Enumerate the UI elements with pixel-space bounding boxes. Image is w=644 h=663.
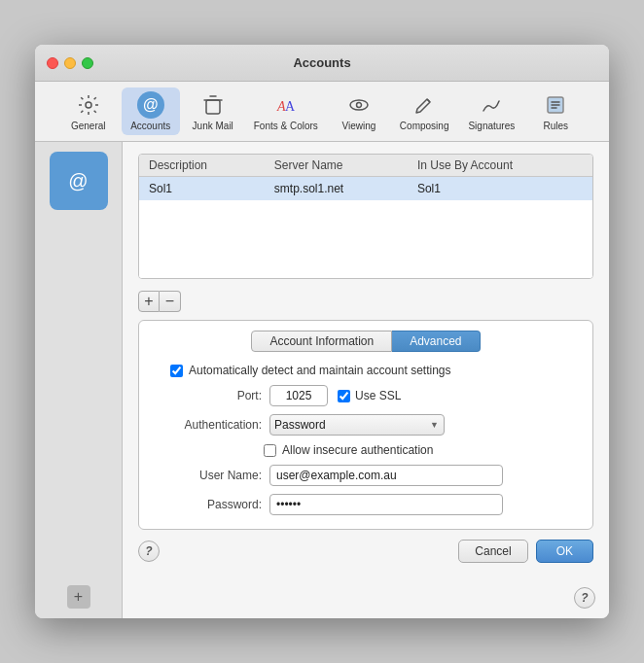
window-title: Accounts xyxy=(293,55,350,70)
viewing-label: Viewing xyxy=(341,121,376,131)
insecure-auth-checkbox[interactable] xyxy=(264,444,276,457)
sidebar-account-item[interactable]: @ xyxy=(50,152,108,210)
rules-label: Rules xyxy=(543,121,568,131)
svg-point-4 xyxy=(350,100,368,110)
junk-icon xyxy=(199,91,227,119)
toolbar-item-accounts[interactable]: @ Accounts xyxy=(122,87,180,135)
col-server: Server Name xyxy=(265,155,408,177)
col-description: Description xyxy=(139,155,265,177)
insecure-auth-label: Allow insecure authentication xyxy=(282,443,433,457)
toolbar-item-junk[interactable]: Junk Mail xyxy=(184,87,242,135)
password-row: Password: xyxy=(139,490,592,519)
row-description: Sol1 xyxy=(139,177,265,201)
table-controls: + − xyxy=(138,291,593,312)
table-row[interactable]: Sol1 smtp.sol1.net Sol1 xyxy=(139,177,592,201)
svg-point-0 xyxy=(86,102,91,108)
bottom-bar: ? Cancel OK xyxy=(123,530,609,573)
use-ssl-label: Use SSL xyxy=(355,389,401,402)
username-label: User Name: xyxy=(155,469,262,482)
tab-advanced[interactable]: Advanced xyxy=(392,331,480,352)
password-label: Password: xyxy=(155,498,262,511)
auto-detect-label: Automatically detect and maintain accoun… xyxy=(189,364,450,377)
toolbar-item-signatures[interactable]: Signatures xyxy=(460,87,522,135)
composing-icon xyxy=(411,91,438,119)
username-row: User Name: xyxy=(139,461,592,490)
row-account: Sol1 xyxy=(408,177,592,201)
fonts-colors-icon: A A xyxy=(272,91,300,119)
auth-select-wrapper: Password MD5 Challenge-Response NTLM Ker… xyxy=(269,414,445,436)
col-account: In Use By Account xyxy=(408,155,592,177)
maximize-button[interactable] xyxy=(82,57,93,69)
username-input[interactable] xyxy=(269,465,503,486)
sidebar-add-button[interactable]: + xyxy=(67,585,90,609)
general-label: General xyxy=(71,121,106,131)
signatures-icon xyxy=(478,91,505,119)
auth-select[interactable]: Password MD5 Challenge-Response NTLM Ker… xyxy=(269,414,445,436)
account-icon: @ xyxy=(68,170,88,192)
corner-help-button[interactable]: ? xyxy=(574,587,595,609)
toolbar-item-viewing[interactable]: Viewing xyxy=(330,87,388,135)
port-label: Port: xyxy=(155,389,262,402)
auto-detect-checkbox[interactable] xyxy=(170,365,183,377)
main-content: @ + Description Server Name In Use By Ac… xyxy=(35,142,609,618)
traffic-lights xyxy=(47,57,93,69)
svg-text:A: A xyxy=(285,99,296,114)
auth-label: Authentication: xyxy=(155,418,262,432)
dialog-panel: Description Server Name In Use By Accoun… xyxy=(123,142,609,618)
add-server-button[interactable]: + xyxy=(138,291,160,312)
main-window: Accounts General @ Accounts Junk xyxy=(35,45,609,618)
svg-point-5 xyxy=(356,103,361,108)
ok-button[interactable]: OK xyxy=(536,540,593,563)
signatures-label: Signatures xyxy=(468,121,515,131)
action-buttons: Cancel OK xyxy=(458,540,593,563)
accounts-label: Accounts xyxy=(130,121,170,131)
rules-icon xyxy=(542,91,569,119)
minimize-button[interactable] xyxy=(64,57,76,69)
row-server: smtp.sol1.net xyxy=(265,177,408,201)
password-input[interactable] xyxy=(269,494,503,515)
port-input[interactable] xyxy=(269,385,328,406)
fonts-colors-label: Fonts & Colors xyxy=(254,121,318,131)
insecure-auth-row: Allow insecure authentication xyxy=(139,439,592,461)
smtp-table-container: Description Server Name In Use By Accoun… xyxy=(138,154,593,279)
tab-account-information[interactable]: Account Information xyxy=(251,331,392,352)
auto-detect-row: Automatically detect and maintain accoun… xyxy=(139,360,592,381)
smtp-table: Description Server Name In Use By Accoun… xyxy=(139,155,592,278)
junk-label: Junk Mail xyxy=(193,121,233,131)
sidebar: @ + xyxy=(35,142,123,618)
toolbar-item-general[interactable]: General xyxy=(59,87,118,135)
general-icon xyxy=(75,91,102,119)
toolbar: General @ Accounts Junk Mail A A Fonts & xyxy=(35,82,609,142)
toolbar-item-fonts-colors[interactable]: A A Fonts & Colors xyxy=(246,87,326,135)
ssl-row: Use SSL xyxy=(338,389,401,402)
accounts-icon: @ xyxy=(137,91,164,119)
auth-row: Authentication: Password MD5 Challenge-R… xyxy=(139,410,592,439)
title-bar: Accounts xyxy=(35,45,609,82)
close-button[interactable] xyxy=(47,57,58,69)
viewing-icon xyxy=(345,91,373,119)
toolbar-item-composing[interactable]: Composing xyxy=(392,87,457,135)
cancel-button[interactable]: Cancel xyxy=(458,540,527,563)
port-row: Port: Use SSL xyxy=(139,381,592,410)
svg-rect-1 xyxy=(206,100,220,114)
segment-control: Account Information Advanced xyxy=(139,321,592,360)
help-button[interactable]: ? xyxy=(138,541,160,562)
settings-area: Account Information Advanced Automatical… xyxy=(138,320,593,530)
composing-label: Composing xyxy=(400,121,449,131)
table-empty-row xyxy=(139,200,592,278)
use-ssl-checkbox[interactable] xyxy=(338,390,350,402)
remove-server-button[interactable]: − xyxy=(160,291,181,312)
toolbar-item-rules[interactable]: Rules xyxy=(526,87,585,135)
